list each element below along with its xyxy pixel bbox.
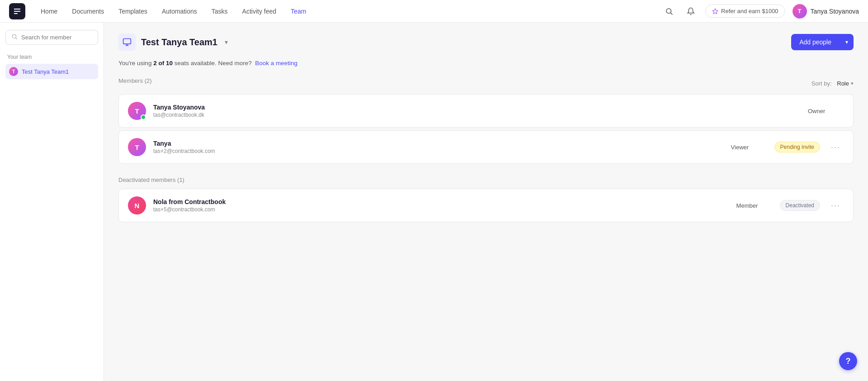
search-input[interactable]	[21, 34, 92, 41]
topnav-right: Refer and earn $1000 T Tanya Stoyanova	[662, 4, 859, 19]
member-actions: ···	[827, 141, 844, 154]
deactivated-section-label: Deactivated members (1)	[118, 176, 854, 183]
nav-tasks[interactable]: Tasks	[205, 5, 234, 18]
sort-label: Sort by:	[811, 80, 832, 87]
nav-documents[interactable]: Documents	[66, 5, 110, 18]
member-row: T Tanya Stoyanova tas@contractbook.dk Ow…	[118, 94, 854, 128]
help-button[interactable]: ?	[839, 352, 857, 370]
member-name: Tanya Stoyanova	[153, 104, 801, 111]
info-bar: You're using 2 of 10 seats available. Ne…	[118, 60, 854, 67]
svg-point-3	[12, 34, 16, 38]
pending-invite-badge: Pending invite	[774, 142, 820, 152]
user-avatar: T	[793, 4, 807, 19]
add-people-button[interactable]: Add people ▾	[791, 34, 854, 50]
svg-line-4	[16, 38, 17, 39]
nav-team[interactable]: Team	[284, 5, 312, 18]
svg-rect-5	[123, 39, 131, 44]
team-page-icon	[118, 33, 136, 51]
top-navigation: Home Documents Templates Automations Tas…	[0, 0, 868, 23]
member-avatar: T	[128, 138, 146, 156]
member-role: Viewer	[731, 144, 767, 151]
nav-links: Home Documents Templates Automations Tas…	[34, 5, 662, 18]
member-role: Member	[736, 202, 773, 209]
svg-point-0	[666, 9, 671, 14]
member-name: Tanya	[153, 140, 724, 147]
team-icon-small: T	[9, 67, 18, 76]
sort-row[interactable]: Sort by: Role ▾	[811, 80, 854, 87]
add-people-label: Add people	[791, 34, 840, 50]
nav-automations[interactable]: Automations	[156, 5, 203, 18]
member-info: Tanya tas+2@contractbook.com	[153, 140, 724, 154]
sidebar-section-label: Your team	[5, 54, 98, 60]
sort-value: Role	[837, 80, 849, 87]
search-button[interactable]	[662, 4, 676, 19]
members-header: Members (2) Sort by: Role ▾	[118, 77, 854, 90]
add-people-arrow-icon: ▾	[840, 34, 854, 50]
member-more-button[interactable]: ···	[827, 141, 844, 154]
sidebar-team-label: Test Tanya Team1	[22, 68, 69, 75]
member-row: T Tanya tas+2@contractbook.com Viewer Pe…	[118, 130, 854, 164]
member-avatar: N	[128, 196, 146, 214]
member-email: tas+2@contractbook.com	[153, 148, 724, 154]
online-indicator	[141, 114, 146, 120]
member-name: Nola from Contractbook	[153, 198, 729, 205]
deactivated-badge: Deactivated	[780, 200, 820, 211]
app-logo[interactable]	[9, 3, 25, 19]
book-meeting-link[interactable]: Book a meeting	[255, 60, 297, 67]
sort-chevron-icon: ▾	[851, 81, 854, 86]
member-email: tas+5@contractbook.com	[153, 206, 729, 213]
member-row: N Nola from Contractbook tas+5@contractb…	[118, 189, 854, 222]
member-actions: ···	[827, 199, 844, 212]
sidebar-item-team[interactable]: T Test Tanya Team1	[5, 64, 98, 79]
member-role: Owner	[808, 108, 844, 114]
seats-count: 2 of 10	[153, 60, 173, 67]
refer-button[interactable]: Refer and earn $1000	[705, 5, 785, 18]
members-section-label: Members (2)	[118, 77, 152, 84]
team-title-row: Test Tanya Team1 ▾	[118, 33, 228, 51]
search-box[interactable]	[5, 30, 98, 45]
refer-label: Refer and earn $1000	[721, 8, 778, 14]
nav-activity-feed[interactable]: Activity feed	[236, 5, 283, 18]
user-name: Tanya Stoyanova	[811, 8, 859, 15]
main-content: Test Tanya Team1 ▾ Add people ▾ You're u…	[104, 23, 868, 381]
main-layout: Your team T Test Tanya Team1 Test Tanya …	[0, 23, 868, 381]
member-avatar: T	[128, 102, 146, 120]
sidebar: Your team T Test Tanya Team1	[0, 23, 104, 381]
deactivated-section: Deactivated members (1) N Nola from Cont…	[118, 176, 854, 222]
member-info: Nola from Contractbook tas+5@contractboo…	[153, 198, 729, 213]
team-title: Test Tanya Team1	[141, 37, 217, 48]
member-email: tas@contractbook.dk	[153, 112, 801, 118]
notifications-button[interactable]	[684, 4, 698, 19]
nav-templates[interactable]: Templates	[112, 5, 154, 18]
nav-home[interactable]: Home	[34, 5, 64, 18]
member-more-button[interactable]: ···	[827, 199, 844, 212]
main-header: Test Tanya Team1 ▾ Add people ▾	[118, 33, 854, 51]
search-icon	[11, 33, 18, 41]
svg-marker-2	[712, 9, 718, 14]
svg-line-1	[670, 13, 672, 14]
member-info: Tanya Stoyanova tas@contractbook.dk	[153, 104, 801, 118]
user-menu[interactable]: T Tanya Stoyanova	[793, 4, 859, 19]
team-title-dropdown[interactable]: ▾	[225, 38, 228, 46]
